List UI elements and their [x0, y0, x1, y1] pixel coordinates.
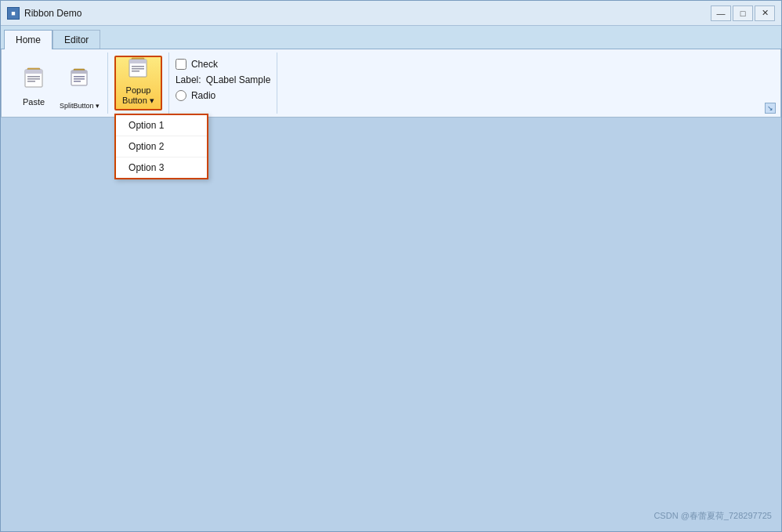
svg-rect-11 — [74, 81, 81, 82]
expand-icon: ↘ — [767, 104, 773, 112]
popup-menu-item-2[interactable]: Option 2 — [116, 136, 207, 157]
svg-rect-3 — [27, 76, 40, 78]
window-icon: ■ — [7, 7, 20, 20]
svg-rect-2 — [25, 70, 42, 74]
popup-menu-item-1[interactable]: Option 1 — [116, 115, 207, 136]
main-content: CSDN @春蕾夏荷_728297725 — [1, 118, 781, 531]
popup-button-label: Popup Button ▾ — [122, 85, 154, 106]
svg-rect-14 — [129, 60, 147, 63]
popup-button[interactable]: Popup Button ▾ — [114, 56, 162, 110]
ribbon-group-clipboard: Paste — [8, 52, 108, 114]
ribbon-group-controls: Check Label: QLabel Sample Radio — [169, 52, 277, 114]
popup-button-wrapper: Popup Button ▾ Option 1 Option 2 Option … — [114, 56, 162, 110]
ribbon-tabs: Home Editor — [1, 26, 781, 49]
close-button[interactable]: ✕ — [755, 5, 775, 21]
popup-arrow-icon: ▾ — [150, 96, 154, 105]
paste-button[interactable]: Paste — [14, 56, 53, 110]
ribbon-expand-button[interactable]: ↘ — [765, 103, 776, 114]
ribbon: Home Editor — [1, 26, 781, 118]
split-button-icon — [69, 67, 91, 91]
svg-rect-8 — [71, 71, 87, 74]
minimize-button[interactable]: — — [711, 5, 731, 21]
svg-rect-4 — [27, 78, 40, 80]
radio-button[interactable] — [176, 90, 186, 101]
watermark-text: CSDN @春蕾夏荷_728297725 — [653, 510, 772, 522]
check-row: Check — [176, 59, 218, 70]
radio-label: Radio — [191, 90, 215, 101]
split-button-wrapper: SplitButton ▾ — [58, 56, 101, 110]
tab-editor[interactable]: Editor — [52, 30, 100, 49]
split-button[interactable] — [60, 56, 100, 101]
maximize-button[interactable]: □ — [733, 5, 753, 21]
qlabel-text: QLabel Sample — [206, 74, 271, 85]
label-text: Label: — [176, 74, 201, 85]
svg-rect-17 — [132, 71, 139, 72]
window-title: Ribbon Demo — [24, 8, 711, 19]
check-checkbox[interactable] — [176, 59, 186, 70]
radio-row: Radio — [176, 90, 215, 101]
svg-rect-9 — [74, 76, 85, 78]
svg-rect-16 — [132, 68, 144, 70]
tab-home[interactable]: Home — [4, 30, 52, 49]
popup-button-icon — [125, 55, 150, 84]
split-button-arrow: ▾ — [96, 102, 100, 110]
svg-rect-15 — [132, 66, 144, 67]
paste-icon — [21, 65, 46, 94]
main-window: ■ Ribbon Demo — □ ✕ Home Editor — [0, 0, 782, 532]
title-bar: ■ Ribbon Demo — □ ✕ — [1, 1, 781, 26]
popup-menu: Option 1 Option 2 Option 3 — [114, 114, 208, 179]
svg-rect-10 — [74, 78, 85, 80]
check-label: Check — [191, 59, 218, 70]
window-controls: — □ ✕ — [711, 5, 775, 21]
ribbon-group-popup: Popup Button ▾ Option 1 Option 2 Option … — [108, 52, 169, 114]
label-row: Label: QLabel Sample — [176, 74, 270, 85]
paste-label: Paste — [23, 97, 45, 107]
svg-rect-5 — [27, 81, 35, 82]
popup-menu-item-3[interactable]: Option 3 — [116, 157, 207, 178]
split-button-label[interactable]: SplitButton ▾ — [58, 101, 101, 110]
ribbon-toolbar: Paste — [1, 49, 781, 118]
